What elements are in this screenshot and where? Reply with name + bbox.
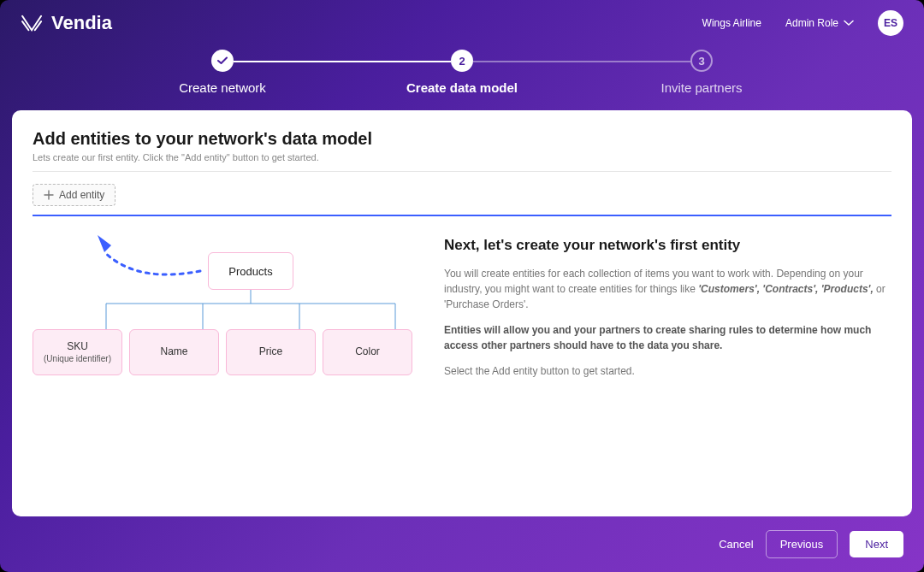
wizard-footer: Cancel Previous Next (0, 516, 924, 572)
vendia-logo-icon (21, 14, 44, 32)
step-create-network[interactable]: Create network (103, 50, 342, 95)
attr-name: Name (160, 345, 187, 359)
attr-name: SKU (67, 340, 88, 354)
page-subtitle: Lets create our first entity. Click the … (33, 152, 891, 162)
entity-attr-price: Price (226, 329, 316, 375)
step-label: Create data model (406, 80, 518, 95)
user-avatar[interactable]: ES (878, 10, 903, 36)
attr-subtitle: (Unique identifier) (44, 353, 111, 364)
check-icon (211, 50, 234, 72)
entity-attr-sku: SKU (Unique identifier) (33, 329, 122, 375)
step-invite-partners[interactable]: 3 Invite partners (582, 50, 821, 95)
hint-arrow-icon (62, 235, 203, 286)
org-name: Wings Airline (702, 17, 761, 29)
step-create-data-model[interactable]: 2 Create data model (342, 50, 582, 95)
chevron-down-icon (844, 20, 854, 27)
add-entity-label: Add entity (59, 189, 104, 201)
info-panel: Next, let's create your network's first … (444, 237, 891, 391)
role-selector[interactable]: Admin Role (785, 17, 854, 29)
brand-logo: Vendia (21, 12, 112, 34)
info-paragraph-2: Entities will allow you and your partner… (444, 322, 891, 353)
add-entity-button[interactable]: Add entity (33, 184, 116, 206)
plus-icon (44, 190, 54, 200)
step-number: 2 (451, 50, 473, 72)
info-title: Next, let's create your network's first … (444, 237, 891, 254)
wizard-stepper: Create network 2 Create data model 3 Inv… (0, 50, 924, 95)
main-card: Add entities to your network's data mode… (12, 110, 912, 516)
entity-tabs-row: Add entity (33, 184, 891, 216)
entity-root-node: Products (208, 252, 293, 290)
entity-diagram: Products SKU (Unique identifier) Name (33, 237, 413, 391)
app-header: Vendia Wings Airline Admin Role ES (0, 0, 924, 36)
step-label: Create network (179, 80, 266, 95)
attr-name: Price (259, 345, 282, 359)
next-button[interactable]: Next (850, 531, 903, 557)
connector-lines (62, 290, 421, 329)
info-paragraph-1: You will create entities for each collec… (444, 266, 891, 312)
role-label: Admin Role (785, 17, 838, 29)
previous-button[interactable]: Previous (766, 530, 838, 558)
entity-attr-name: Name (129, 329, 219, 375)
step-number: 3 (690, 50, 713, 72)
step-label: Invite partners (660, 80, 742, 95)
cancel-button[interactable]: Cancel (719, 538, 753, 551)
attr-name: Color (355, 345, 380, 359)
brand-name: Vendia (51, 12, 112, 34)
divider (33, 171, 891, 172)
entity-attr-color: Color (323, 329, 412, 375)
page-title: Add entities to your network's data mode… (33, 129, 891, 149)
info-paragraph-3: Select the Add entity button to get star… (444, 363, 891, 379)
